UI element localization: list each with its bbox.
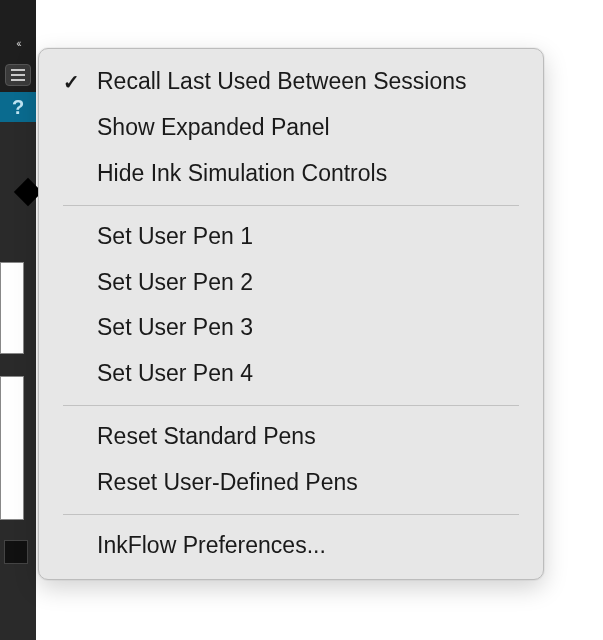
- hamburger-icon: [11, 69, 25, 71]
- menu-item-label: Set User Pen 3: [97, 313, 253, 343]
- menu-separator: [63, 405, 519, 406]
- menu-item[interactable]: Show Expanded Panel: [39, 105, 543, 151]
- panel-flyout-menu: ✓Recall Last Used Between SessionsShow E…: [38, 48, 544, 580]
- menu-item-label: InkFlow Preferences...: [97, 531, 326, 561]
- menu-separator: [63, 514, 519, 515]
- menu-item[interactable]: Set User Pen 1: [39, 214, 543, 260]
- swatch-panel-2[interactable]: [0, 376, 24, 520]
- hamburger-icon: [11, 74, 25, 76]
- menu-item-label: Recall Last Used Between Sessions: [97, 67, 466, 97]
- help-button[interactable]: ?: [0, 92, 36, 122]
- menu-item-label: Hide Ink Simulation Controls: [97, 159, 387, 189]
- menu-item[interactable]: ✓Recall Last Used Between Sessions: [39, 59, 543, 105]
- hamburger-icon: [11, 79, 25, 81]
- menu-item-label: Set User Pen 4: [97, 359, 253, 389]
- menu-item[interactable]: Set User Pen 4: [39, 351, 543, 397]
- menu-item-label: Show Expanded Panel: [97, 113, 330, 143]
- menu-item-label: Set User Pen 1: [97, 222, 253, 252]
- menu-item[interactable]: InkFlow Preferences...: [39, 523, 543, 569]
- menu-item[interactable]: Set User Pen 3: [39, 305, 543, 351]
- check-icon: ✓: [63, 69, 80, 95]
- help-icon: ?: [12, 96, 24, 119]
- color-well[interactable]: [4, 540, 28, 564]
- menu-item-label: Reset Standard Pens: [97, 422, 316, 452]
- swatch-panel-1[interactable]: [0, 262, 24, 354]
- menu-item[interactable]: Set User Pen 2: [39, 260, 543, 306]
- menu-item[interactable]: Reset User-Defined Pens: [39, 460, 543, 506]
- menu-item-label: Reset User-Defined Pens: [97, 468, 358, 498]
- menu-item-label: Set User Pen 2: [97, 268, 253, 298]
- panel-menu-button[interactable]: [5, 64, 31, 86]
- collapse-panel-button[interactable]: ‹‹: [6, 36, 30, 50]
- collapse-icon: ‹‹: [16, 37, 19, 49]
- menu-item[interactable]: Hide Ink Simulation Controls: [39, 151, 543, 197]
- menu-separator: [63, 205, 519, 206]
- menu-item[interactable]: Reset Standard Pens: [39, 414, 543, 460]
- left-toolbar: ‹‹ ?: [0, 0, 36, 640]
